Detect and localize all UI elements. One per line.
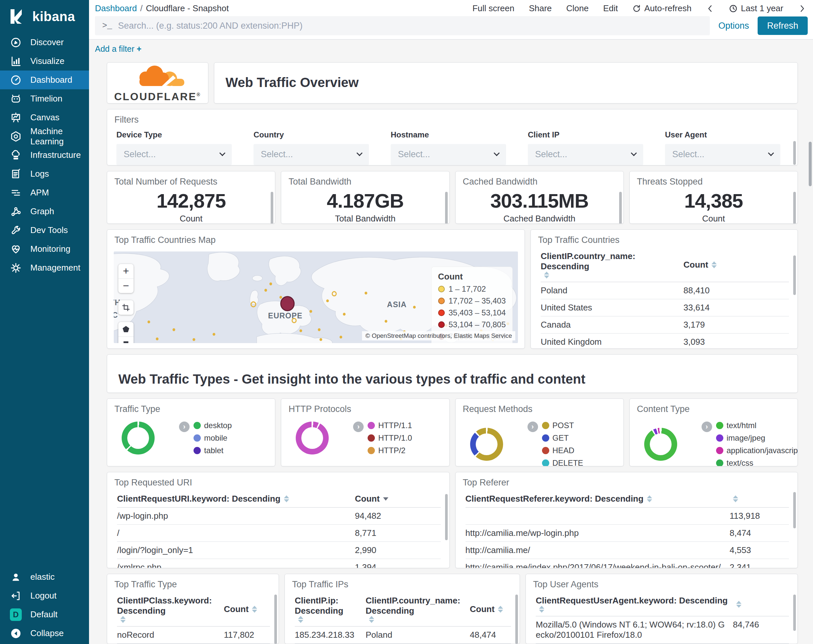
sidebar-item-logout[interactable]: Logout [0, 586, 89, 605]
sort-icon[interactable] [544, 271, 549, 279]
space-default-badge: D [10, 609, 22, 621]
column-header[interactable]: Count [683, 248, 789, 282]
window-scrollbar[interactable] [809, 142, 812, 186]
clone-button[interactable]: Clone [566, 3, 589, 14]
column-header[interactable]: Count [355, 491, 441, 507]
gauge-icon [10, 74, 22, 86]
options-link[interactable]: Options [718, 21, 749, 31]
top-header: Dashboard / Cloudflare - Snapshot Full s… [89, 0, 813, 39]
column-header[interactable]: ClientRequestUserAgent.keyword: Descendi… [536, 592, 733, 616]
map-zoom-in-button[interactable]: + [118, 264, 133, 279]
map-zoom-out-button[interactable]: − [118, 279, 133, 293]
world-map[interactable]: EUROPE ASIA TH IC + − [114, 251, 518, 343]
sort-icon[interactable] [252, 606, 257, 613]
sidebar-item-discover[interactable]: Discover [0, 33, 89, 52]
column-header[interactable]: ClientRequestURI.keyword: Descending [117, 491, 355, 507]
hostname-select[interactable]: Select... [391, 144, 506, 165]
panel-scrollbar[interactable] [274, 595, 277, 644]
sidebar-item-dashboard[interactable]: Dashboard [0, 71, 89, 89]
sidebar-item-management[interactable]: Management [0, 258, 89, 277]
column-header[interactable]: ClientRequestReferer.keyword: Descending [465, 491, 730, 507]
panel-scrollbar[interactable] [271, 192, 273, 224]
panel-scrollbar[interactable] [793, 492, 796, 528]
breadcrumb-dashboard-link[interactable]: Dashboard [95, 3, 137, 14]
map-title: Top Traffic Countries Map [107, 230, 525, 247]
column-header[interactable]: ClientIP.country_name: Descending [541, 248, 683, 282]
collapse-icon [10, 627, 22, 639]
sidebar-item-space-default[interactable]: D Default [0, 605, 89, 624]
sidebar-item-infrastructure[interactable]: Infrastructure [0, 146, 89, 164]
map-draw-rect-button[interactable] [118, 336, 133, 343]
edit-button[interactable]: Edit [603, 3, 618, 14]
sidebar-item-logs[interactable]: Logs [0, 164, 89, 183]
sidebar-item-machine-learning[interactable]: Machine Learning [0, 127, 89, 146]
sidebar-item-user[interactable]: elastic [0, 567, 89, 586]
legend-expand-icon[interactable]: › [353, 422, 364, 432]
search-input[interactable]: >_ Search... (e.g. status:200 AND extens… [95, 16, 710, 35]
panel-scrollbar[interactable] [793, 255, 796, 295]
column-header[interactable] [733, 592, 789, 616]
content-type-donut[interactable] [644, 428, 677, 461]
full-screen-button[interactable]: Full screen [472, 3, 514, 14]
sort-icon[interactable] [383, 497, 388, 501]
prev-time-chevron-icon[interactable] [706, 4, 715, 13]
next-time-chevron-icon[interactable] [798, 4, 807, 13]
add-filter-link[interactable]: Add a filter + [95, 44, 141, 54]
sort-icon[interactable] [539, 606, 544, 613]
sort-icon[interactable] [647, 495, 652, 502]
sidebar-item-graph[interactable]: Graph [0, 202, 89, 221]
sort-icon[interactable] [298, 616, 303, 623]
sort-icon[interactable] [369, 616, 374, 623]
http-protocols-donut[interactable] [296, 422, 329, 454]
panel-scrollbar[interactable] [515, 595, 518, 644]
traffic-type-donut[interactable] [122, 422, 155, 454]
panel-scrollbar[interactable] [793, 595, 796, 631]
request-methods-donut[interactable] [470, 428, 503, 461]
sidebar-item-canvas[interactable]: Canvas [0, 108, 89, 127]
column-header[interactable]: ClientIP.country_name: Descending [366, 592, 470, 626]
panel-scrollbar[interactable] [445, 494, 448, 540]
sidebar-item-monitoring[interactable]: Monitoring [0, 239, 89, 258]
map-fit-bounds-button[interactable] [118, 300, 133, 315]
sort-icon[interactable] [712, 261, 717, 268]
refresh-button[interactable]: Refresh [758, 17, 808, 35]
sort-icon[interactable] [284, 495, 289, 502]
panel-scrollbar[interactable] [793, 141, 796, 165]
kibana-logo[interactable]: kibana [0, 0, 89, 33]
sidebar-item-visualize[interactable]: Visualize [0, 52, 89, 71]
column-header[interactable]: Count [470, 592, 511, 626]
sort-icon[interactable] [736, 601, 741, 608]
sidebar-item-dev-tools[interactable]: Dev Tools [0, 221, 89, 239]
legend-dot [438, 321, 445, 328]
country-select[interactable]: Select... [253, 144, 369, 165]
panel-scrollbar[interactable] [619, 192, 622, 224]
legend-expand-icon[interactable]: › [701, 422, 712, 432]
column-header[interactable]: ClientIPClass.keyword: Descending [117, 592, 224, 626]
legend-expand-icon[interactable]: › [179, 422, 190, 432]
filter-bar: Add a filter + [89, 39, 813, 58]
column-header[interactable] [730, 491, 789, 507]
sidebar-item-timelion[interactable]: Timelion [0, 89, 89, 108]
legend-expand-icon[interactable]: › [528, 422, 538, 432]
table-cell: 88,410 [683, 282, 789, 299]
column-header[interactable]: Count [224, 592, 270, 626]
sort-icon[interactable] [120, 616, 126, 623]
panel-scrollbar[interactable] [793, 192, 796, 224]
column-header[interactable]: ClientIP.ip: Descending [295, 592, 366, 626]
map-draw-polygon-button[interactable] [118, 322, 133, 336]
table-cell: Mozilla/5.0 (Windows NT 6.1; WOW64; rv:1… [536, 616, 733, 643]
time-range-picker[interactable]: Last 1 year [729, 3, 783, 14]
panel-scrollbar[interactable] [445, 192, 448, 224]
device-type-select[interactable]: Select... [117, 144, 232, 165]
sidebar-item-collapse[interactable]: Collapse [0, 624, 89, 643]
sort-icon[interactable] [498, 606, 503, 613]
client-ip-select[interactable]: Select... [528, 144, 643, 165]
auto-refresh-button[interactable]: Auto-refresh [632, 3, 691, 14]
sort-icon[interactable] [733, 495, 738, 502]
map-attribution[interactable]: © OpenStreetMap contributors, Elastic Ma… [362, 331, 515, 340]
sidebar-item-apm[interactable]: APM [0, 183, 89, 202]
user-agent-select[interactable]: Select... [665, 144, 780, 165]
share-button[interactable]: Share [529, 3, 552, 14]
top-country-bubble[interactable] [281, 296, 295, 310]
bar-chart-icon [10, 55, 22, 67]
